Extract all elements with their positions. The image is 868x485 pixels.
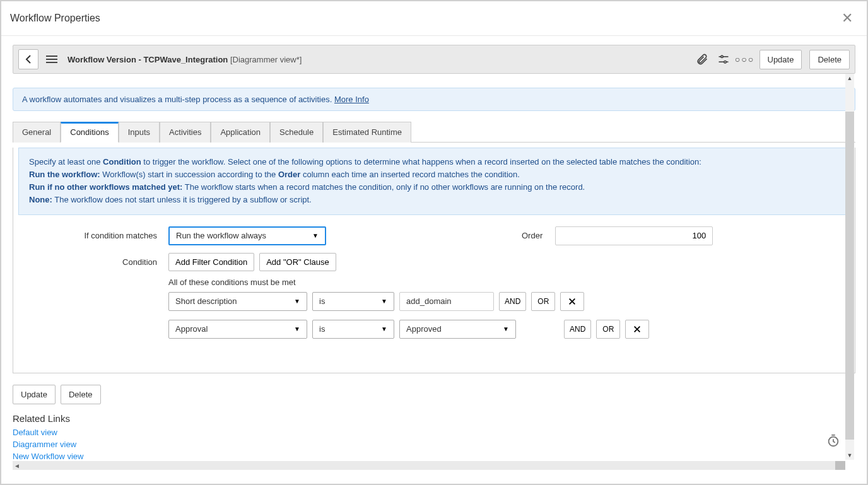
or-button[interactable]: OR bbox=[596, 320, 620, 339]
remove-condition-button[interactable] bbox=[625, 320, 649, 339]
scrollbar-thumb[interactable] bbox=[845, 112, 854, 440]
tab-application[interactable]: Application bbox=[211, 122, 270, 143]
condition-field-select[interactable]: Approval ▼ bbox=[168, 320, 307, 339]
condition-field-select[interactable]: Short description ▼ bbox=[168, 292, 307, 311]
condition-row: Short description ▼ is ▼ add_domain AND bbox=[168, 292, 845, 311]
close-icon[interactable]: ✕ bbox=[836, 8, 858, 29]
and-button[interactable]: AND bbox=[499, 292, 526, 311]
tab-general[interactable]: General bbox=[13, 122, 61, 143]
link-new-workflow-view[interactable]: New Workflow view bbox=[13, 452, 855, 461]
if-condition-label: If condition matches bbox=[23, 226, 168, 240]
header: Workflow Properties ✕ bbox=[1, 1, 867, 36]
scroll-up-arrow-icon: ▲ bbox=[845, 75, 854, 81]
conditions-hint: All of these conditions must be met bbox=[168, 278, 845, 287]
chevron-down-icon: ▼ bbox=[312, 232, 319, 239]
or-button[interactable]: OR bbox=[531, 292, 555, 311]
settings-sliders-icon[interactable] bbox=[717, 52, 730, 66]
order-input[interactable] bbox=[555, 226, 713, 245]
info-text: A workflow automates and visualizes a mu… bbox=[22, 95, 332, 104]
conditions-notice: Specify at least one Condition to trigge… bbox=[18, 148, 850, 215]
svg-point-1 bbox=[720, 56, 722, 57]
add-or-clause-button[interactable]: Add "OR" Clause bbox=[259, 253, 336, 271]
tab-schedule[interactable]: Schedule bbox=[270, 122, 323, 143]
close-icon bbox=[568, 297, 577, 306]
toolbar-left: Workflow Version - TCPWave_Integration [… bbox=[18, 49, 302, 69]
scroll-left-arrow-icon: ◄ bbox=[13, 462, 21, 469]
bottom-actions: Update Delete bbox=[13, 385, 855, 404]
chevron-down-icon: ▼ bbox=[381, 298, 387, 305]
more-icon[interactable]: ○○○ bbox=[738, 52, 752, 66]
tab-activities[interactable]: Activities bbox=[160, 122, 211, 143]
if-condition-select[interactable]: Run the workflow always ▼ bbox=[168, 226, 326, 245]
condition-value-select[interactable]: Approved ▼ bbox=[399, 320, 516, 339]
breadcrumb-name: TCPWave_Integration bbox=[143, 55, 228, 64]
row-condition: Condition Add Filter Condition Add "OR" … bbox=[23, 253, 845, 348]
clock-icon[interactable] bbox=[826, 434, 840, 450]
scroll-down-arrow-icon: ▼ bbox=[845, 452, 854, 459]
breadcrumb: Workflow Version - TCPWave_Integration [… bbox=[67, 55, 302, 64]
vertical-scrollbar[interactable]: ▲ ▼ bbox=[845, 74, 854, 460]
related-links: Default view Diagrammer view New Workflo… bbox=[13, 428, 855, 461]
menu-icon[interactable] bbox=[44, 53, 60, 66]
chevron-left-icon bbox=[25, 55, 32, 64]
attachment-icon[interactable] bbox=[695, 52, 709, 66]
body: Workflow Version - TCPWave_Integration [… bbox=[1, 36, 867, 484]
add-filter-condition-button[interactable]: Add Filter Condition bbox=[168, 253, 254, 271]
delete-button[interactable]: Delete bbox=[809, 50, 850, 69]
link-diagrammer-view[interactable]: Diagrammer view bbox=[13, 440, 855, 449]
toolbar-right: ○○○ Update Delete bbox=[695, 50, 850, 69]
condition-operator-select[interactable]: is ▼ bbox=[312, 320, 394, 339]
info-banner: A workflow automates and visualizes a mu… bbox=[13, 88, 855, 111]
remove-condition-button[interactable] bbox=[560, 292, 584, 311]
window: Workflow Properties ✕ Workflow Version -… bbox=[0, 0, 868, 485]
row-if-order: If condition matches Run the workflow al… bbox=[23, 226, 845, 245]
condition-label: Condition bbox=[23, 253, 168, 267]
order-label: Order bbox=[522, 231, 542, 240]
horizontal-scrollbar[interactable]: ◄ bbox=[13, 461, 845, 470]
tab-conditions[interactable]: Conditions bbox=[61, 122, 118, 143]
form-area: If condition matches Run the workflow al… bbox=[13, 220, 855, 373]
tabs: General Conditions Inputs Activities App… bbox=[13, 121, 855, 143]
chevron-down-icon: ▼ bbox=[294, 298, 300, 305]
scrollbar-thumb[interactable] bbox=[835, 461, 845, 470]
more-info-link[interactable]: More Info bbox=[334, 95, 369, 104]
page-title: Workflow Properties bbox=[10, 13, 100, 24]
condition-operator-select[interactable]: is ▼ bbox=[312, 292, 394, 311]
chevron-down-icon: ▼ bbox=[503, 325, 509, 332]
condition-value-input[interactable]: add_domain bbox=[399, 292, 494, 311]
close-icon bbox=[633, 325, 642, 334]
if-condition-value: Run the workflow always bbox=[176, 231, 266, 240]
chevron-down-icon: ▼ bbox=[294, 325, 300, 332]
update-button-bottom[interactable]: Update bbox=[13, 385, 56, 404]
breadcrumb-view: [Diagrammer view*] bbox=[230, 55, 302, 64]
delete-button-bottom[interactable]: Delete bbox=[61, 385, 101, 404]
tab-content: Specify at least one Condition to trigge… bbox=[13, 148, 855, 373]
update-button[interactable]: Update bbox=[760, 50, 802, 69]
svg-point-3 bbox=[724, 61, 725, 63]
back-button[interactable] bbox=[18, 49, 38, 69]
breadcrumb-label: Workflow Version - bbox=[67, 55, 141, 64]
tab-estimated-runtime[interactable]: Estimated Runtime bbox=[323, 122, 411, 143]
link-default-view[interactable]: Default view bbox=[13, 428, 855, 437]
related-links-title: Related Links bbox=[13, 413, 855, 424]
toolbar: Workflow Version - TCPWave_Integration [… bbox=[13, 45, 855, 74]
tab-inputs[interactable]: Inputs bbox=[119, 122, 160, 143]
chevron-down-icon: ▼ bbox=[381, 325, 387, 332]
and-button[interactable]: AND bbox=[564, 320, 591, 339]
condition-row: Approval ▼ is ▼ Approved ▼ bbox=[168, 320, 845, 339]
